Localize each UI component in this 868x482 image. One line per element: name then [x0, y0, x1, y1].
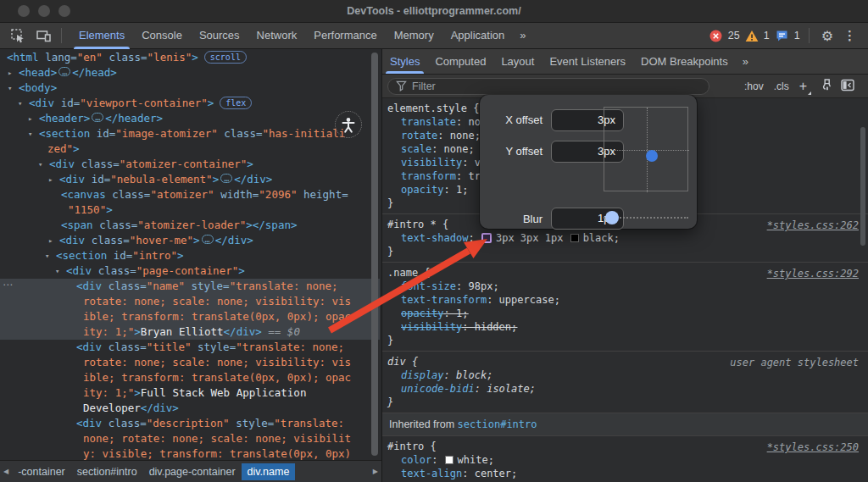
dom-tree-line[interactable]: ▸<div class="hover-me">…</div> — [0, 233, 380, 248]
chevron-down-icon[interactable]: ▾ — [45, 248, 49, 263]
dom-tree-line[interactable]: ity: 1;">Bryan Elliott</div> == $0 — [0, 324, 380, 340]
breadcrumb-back-icon[interactable]: ◀ — [0, 468, 12, 475]
dom-tree-line[interactable]: "1150"> — [0, 202, 380, 218]
stylesheet-source-link[interactable]: *styles.css:250 — [767, 440, 859, 454]
toggle-hover-state-button[interactable]: :hov — [744, 80, 764, 92]
expand-ellipsis-button[interactable]: … — [92, 113, 103, 122]
breadcrumb-item-div-name[interactable]: div.name — [242, 463, 296, 480]
dom-tree-line[interactable]: ible; transform: translate(0px, 0px); op… — [0, 370, 380, 385]
tab-application[interactable]: Application — [442, 23, 514, 49]
dom-tree-line[interactable]: ▸<div id="nebula-element">…</div> — [0, 172, 380, 187]
minimize-window-button[interactable] — [38, 5, 50, 17]
sidebar-tab-layout[interactable]: Layout — [493, 49, 542, 74]
zoom-window-button[interactable] — [58, 5, 70, 17]
expand-ellipsis-button[interactable]: … — [202, 235, 214, 244]
shadow-editor-swatch-icon[interactable] — [481, 233, 492, 243]
blur-slider[interactable] — [604, 212, 688, 224]
color-swatch-black[interactable] — [570, 234, 579, 242]
blur-slider-knob[interactable] — [605, 211, 619, 224]
sidebar-tab-computed[interactable]: Computed — [427, 49, 493, 74]
dom-tree-line[interactable]: ity: 1;">Full Stack Web Application — [0, 385, 380, 401]
dom-tree-line[interactable]: none; rotate: none; scale: none; visibil… — [0, 431, 380, 446]
breadcrumb-forward-icon[interactable]: ▶ — [370, 468, 381, 475]
css-property[interactable]: text-shadow: 3px 3px 1px black; — [387, 231, 868, 245]
dom-tree-line[interactable]: <html lang="en" class="lenis">scroll — [0, 50, 380, 65]
window-controls[interactable] — [18, 5, 70, 17]
stylesheet-source-link[interactable]: *styles.css:262 — [767, 219, 859, 232]
error-count[interactable]: 25 — [728, 30, 740, 42]
dom-tree-line[interactable]: ▾<div class="atomizer-container"> — [0, 157, 380, 172]
settings-gear-icon[interactable]: ⚙ — [818, 28, 837, 44]
sidebar-tab-dom-breakpoints[interactable]: DOM Breakpoints — [633, 49, 736, 74]
dom-tree-line[interactable]: rotate: none; scale: none; visibility: v… — [0, 294, 380, 309]
dom-tree-line[interactable]: <div class="name" style="translate: none… — [0, 279, 380, 294]
chevron-right-icon[interactable]: ▸ — [48, 172, 53, 187]
more-sidebar-tabs-chevron-icon[interactable]: » — [736, 49, 754, 75]
chevron-down-icon[interactable]: ▾ — [28, 126, 32, 141]
dom-tree-line[interactable]: rotate: none; scale: none; visibility: v… — [0, 355, 380, 370]
device-toolbar-icon[interactable] — [32, 25, 54, 47]
css-property[interactable]: color: white; — [387, 453, 868, 467]
breadcrumb-item--container[interactable]: -container — [12, 463, 71, 480]
dom-tree-line[interactable]: ible; transform: translate(0px, 0px); op… — [0, 309, 380, 324]
chevron-down-icon[interactable]: ▾ — [8, 80, 12, 96]
css-property[interactable]: unicode-bidi: isolate; — [387, 382, 868, 396]
dom-tree-line[interactable]: zed"> — [0, 141, 380, 157]
dom-tree-line[interactable]: <span class="atomizer-loader"></span> — [0, 218, 380, 233]
rendering-brush-icon[interactable] — [817, 78, 831, 94]
dom-tree-line[interactable]: ▸<head>…</head> — [0, 65, 380, 80]
css-property[interactable]: visibility: hidden; — [387, 320, 868, 334]
tab-sources[interactable]: Sources — [191, 23, 248, 49]
toggle-class-button[interactable]: .cls — [774, 80, 789, 92]
chevron-down-icon[interactable]: ▾ — [18, 96, 22, 111]
dom-tree-line[interactable]: <div class="description" style="translat… — [0, 416, 380, 431]
offset-drag-handle[interactable] — [646, 150, 658, 162]
dom-tree-line[interactable]: ▾<section id="intro"> — [0, 248, 380, 263]
chevron-down-icon[interactable]: ▾ — [55, 263, 59, 279]
sidebar-tab-event-listeners[interactable]: Event Listeners — [542, 49, 633, 74]
error-icon[interactable] — [709, 25, 723, 47]
selected-node-menu-icon[interactable]: ⋯ — [3, 279, 12, 291]
dom-tree-line[interactable]: <div class="title" style="translate: non… — [0, 340, 380, 355]
tab-performance[interactable]: Performance — [305, 23, 385, 49]
offset-2d-pad[interactable] — [604, 107, 688, 191]
color-swatch-white[interactable] — [445, 456, 453, 464]
close-window-button[interactable] — [18, 5, 30, 17]
dom-tree-line[interactable]: ▾<body> — [0, 80, 380, 96]
css-property[interactable]: text-transform: uppercase; — [387, 293, 868, 307]
inherited-target-link[interactable]: section#intro — [458, 418, 537, 430]
styles-filter-input[interactable]: Filter — [387, 78, 709, 95]
dom-tree-line[interactable]: ▸<header>…</header> — [0, 111, 380, 126]
styles-scrollbar[interactable] — [860, 127, 865, 246]
sidebar-tab-styles[interactable]: Styles — [382, 49, 427, 74]
css-property[interactable]: display: block; — [387, 368, 868, 382]
dom-tree-line[interactable]: ▾<section id="image-atomizer" class="has… — [0, 126, 380, 141]
badge-scroll[interactable]: scroll — [204, 51, 247, 64]
expand-ellipsis-button[interactable]: … — [220, 174, 232, 183]
dom-tree-line[interactable]: y: visible; transform: translate(0px, 0p… — [0, 446, 380, 460]
issues-count[interactable]: 1 — [794, 30, 800, 42]
css-property[interactable]: font-size: 98px; — [387, 280, 868, 293]
tab-network[interactable]: Network — [248, 23, 306, 49]
chevron-right-icon[interactable]: ▸ — [48, 233, 53, 248]
stylesheet-source-link[interactable]: *styles.css:292 — [767, 267, 859, 280]
chevron-right-icon[interactable]: ▸ — [28, 111, 32, 126]
issues-icon[interactable] — [775, 25, 789, 47]
breadcrumb-item-section-intro[interactable]: section#intro — [71, 463, 143, 480]
warning-count[interactable]: 1 — [764, 30, 770, 42]
more-panels-chevron-icon[interactable]: » — [513, 23, 531, 48]
kebab-menu-icon[interactable]: ⋮ — [842, 28, 861, 43]
inspect-element-icon[interactable] — [7, 25, 29, 47]
tab-elements[interactable]: Elements — [70, 23, 133, 49]
breadcrumb-item-div-page-container[interactable]: div.page-container — [143, 463, 242, 480]
tab-console[interactable]: Console — [133, 23, 191, 49]
css-property[interactable]: opacity: 1; — [387, 307, 868, 320]
chevron-right-icon[interactable]: ▸ — [8, 65, 12, 80]
dom-tree-line[interactable]: <canvas class="atomizer" width="2096" he… — [0, 187, 380, 202]
dom-tree-line[interactable]: ▾<div class="page-container"> — [0, 263, 380, 279]
elements-scrollbar[interactable] — [371, 53, 378, 456]
dom-tree-line[interactable]: Developer</div> — [0, 401, 380, 416]
warning-icon[interactable] — [745, 25, 759, 47]
new-style-rule-button[interactable]: + — [799, 79, 807, 94]
css-property[interactable]: text-align: center; — [387, 467, 868, 480]
